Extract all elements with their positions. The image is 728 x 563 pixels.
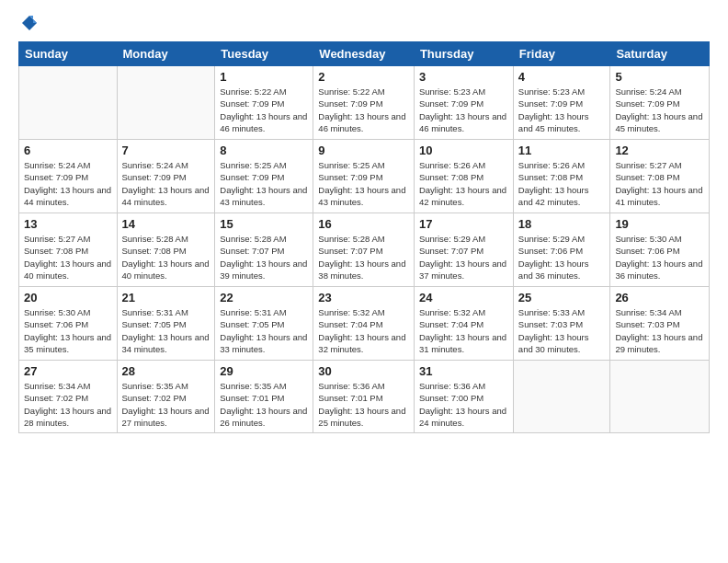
calendar-day-cell: 15Sunrise: 5:28 AMSunset: 7:07 PMDayligh…: [215, 213, 313, 287]
calendar-day-cell: 24Sunrise: 5:32 AMSunset: 7:04 PMDayligh…: [414, 287, 513, 361]
calendar-day-cell: 4Sunrise: 5:23 AMSunset: 7:09 PMDaylight…: [513, 66, 610, 140]
day-info: Sunrise: 5:30 AMSunset: 7:06 PMDaylight:…: [24, 306, 112, 355]
day-info: Sunrise: 5:26 AMSunset: 7:08 PMDaylight:…: [419, 159, 508, 208]
calendar-day-cell: 10Sunrise: 5:26 AMSunset: 7:08 PMDayligh…: [414, 140, 513, 213]
day-info: Sunrise: 5:31 AMSunset: 7:05 PMDaylight:…: [122, 306, 210, 355]
calendar-day-cell: 28Sunrise: 5:35 AMSunset: 7:02 PMDayligh…: [117, 361, 215, 433]
calendar-day-cell: 18Sunrise: 5:29 AMSunset: 7:06 PMDayligh…: [513, 213, 610, 287]
calendar-table: SundayMondayTuesdayWednesdayThursdayFrid…: [18, 41, 710, 433]
calendar-day-cell: 31Sunrise: 5:36 AMSunset: 7:00 PMDayligh…: [414, 361, 513, 433]
day-info: Sunrise: 5:24 AMSunset: 7:09 PMDaylight:…: [24, 159, 112, 208]
day-info: Sunrise: 5:24 AMSunset: 7:09 PMDaylight:…: [122, 159, 210, 208]
weekday-header: Monday: [117, 42, 215, 66]
calendar-week-row: 6Sunrise: 5:24 AMSunset: 7:09 PMDaylight…: [19, 140, 710, 213]
day-number: 7: [122, 144, 210, 157]
day-number: 27: [24, 364, 112, 378]
calendar-day-cell: 17Sunrise: 5:29 AMSunset: 7:07 PMDayligh…: [414, 213, 513, 287]
weekday-header: Sunday: [19, 42, 118, 66]
calendar-day-cell: 6Sunrise: 5:24 AMSunset: 7:09 PMDaylight…: [19, 140, 118, 213]
weekday-header: Saturday: [610, 42, 710, 66]
day-number: 20: [24, 291, 112, 304]
calendar-day-cell: 7Sunrise: 5:24 AMSunset: 7:09 PMDaylight…: [117, 140, 215, 213]
day-number: 29: [220, 364, 308, 378]
day-info: Sunrise: 5:31 AMSunset: 7:05 PMDaylight:…: [220, 306, 308, 355]
calendar-day-cell: 11Sunrise: 5:26 AMSunset: 7:08 PMDayligh…: [513, 140, 610, 213]
day-number: 11: [518, 144, 606, 157]
calendar-day-cell: 8Sunrise: 5:25 AMSunset: 7:09 PMDaylight…: [215, 140, 313, 213]
day-number: 5: [615, 70, 704, 84]
day-info: Sunrise: 5:25 AMSunset: 7:09 PMDaylight:…: [220, 159, 308, 208]
day-info: Sunrise: 5:27 AMSunset: 7:08 PMDaylight:…: [615, 159, 704, 208]
day-number: 23: [318, 291, 409, 304]
calendar-week-row: 27Sunrise: 5:34 AMSunset: 7:02 PMDayligh…: [19, 361, 710, 433]
calendar-day-cell: 27Sunrise: 5:34 AMSunset: 7:02 PMDayligh…: [19, 361, 118, 433]
day-info: Sunrise: 5:23 AMSunset: 7:09 PMDaylight:…: [518, 86, 606, 134]
calendar-day-cell: [513, 361, 610, 433]
logo-icon: [20, 14, 39, 32]
calendar-day-cell: 29Sunrise: 5:35 AMSunset: 7:01 PMDayligh…: [215, 361, 313, 433]
day-number: 18: [518, 217, 606, 231]
calendar-day-cell: 13Sunrise: 5:27 AMSunset: 7:08 PMDayligh…: [19, 213, 118, 287]
day-number: 8: [220, 144, 308, 157]
day-info: Sunrise: 5:26 AMSunset: 7:08 PMDaylight:…: [518, 159, 606, 208]
calendar-day-cell: 30Sunrise: 5:36 AMSunset: 7:01 PMDayligh…: [313, 361, 415, 433]
day-info: Sunrise: 5:29 AMSunset: 7:06 PMDaylight:…: [518, 233, 606, 282]
calendar-day-cell: [117, 66, 215, 140]
calendar-day-cell: 9Sunrise: 5:25 AMSunset: 7:09 PMDaylight…: [313, 140, 415, 213]
day-info: Sunrise: 5:28 AMSunset: 7:08 PMDaylight:…: [122, 233, 210, 282]
day-info: Sunrise: 5:27 AMSunset: 7:08 PMDaylight:…: [24, 233, 112, 282]
day-number: 10: [419, 144, 508, 157]
day-info: Sunrise: 5:32 AMSunset: 7:04 PMDaylight:…: [318, 306, 409, 355]
day-number: 9: [318, 144, 409, 157]
day-number: 17: [419, 217, 508, 231]
day-info: Sunrise: 5:35 AMSunset: 7:01 PMDaylight:…: [220, 380, 308, 429]
calendar-day-cell: 22Sunrise: 5:31 AMSunset: 7:05 PMDayligh…: [215, 287, 313, 361]
calendar-day-cell: 23Sunrise: 5:32 AMSunset: 7:04 PMDayligh…: [313, 287, 415, 361]
calendar-day-cell: 1Sunrise: 5:22 AMSunset: 7:09 PMDaylight…: [215, 66, 313, 140]
calendar-day-cell: 14Sunrise: 5:28 AMSunset: 7:08 PMDayligh…: [117, 213, 215, 287]
day-number: 1: [220, 70, 308, 84]
day-number: 19: [615, 217, 704, 231]
day-number: 22: [220, 291, 308, 304]
calendar-week-row: 13Sunrise: 5:27 AMSunset: 7:08 PMDayligh…: [19, 213, 710, 287]
day-number: 21: [122, 291, 210, 304]
calendar-day-cell: 25Sunrise: 5:33 AMSunset: 7:03 PMDayligh…: [513, 287, 610, 361]
day-info: Sunrise: 5:36 AMSunset: 7:01 PMDaylight:…: [318, 380, 409, 429]
day-number: 12: [615, 144, 704, 157]
calendar-day-cell: 16Sunrise: 5:28 AMSunset: 7:07 PMDayligh…: [313, 213, 415, 287]
day-number: 16: [318, 217, 409, 231]
day-info: Sunrise: 5:22 AMSunset: 7:09 PMDaylight:…: [220, 86, 308, 134]
day-number: 30: [318, 364, 409, 378]
page: SundayMondayTuesdayWednesdayThursdayFrid…: [0, 0, 728, 563]
day-number: 15: [220, 217, 308, 231]
day-number: 14: [122, 217, 210, 231]
day-number: 31: [419, 364, 508, 378]
day-info: Sunrise: 5:36 AMSunset: 7:00 PMDaylight:…: [419, 380, 508, 429]
day-number: 25: [518, 291, 606, 304]
day-number: 28: [122, 364, 210, 378]
day-info: Sunrise: 5:29 AMSunset: 7:07 PMDaylight:…: [419, 233, 508, 282]
day-info: Sunrise: 5:34 AMSunset: 7:03 PMDaylight:…: [615, 306, 704, 355]
day-info: Sunrise: 5:34 AMSunset: 7:02 PMDaylight:…: [24, 380, 112, 429]
logo: [18, 14, 39, 32]
day-info: Sunrise: 5:25 AMSunset: 7:09 PMDaylight:…: [318, 159, 409, 208]
day-number: 3: [419, 70, 508, 84]
day-number: 2: [318, 70, 409, 84]
day-info: Sunrise: 5:22 AMSunset: 7:09 PMDaylight:…: [318, 86, 409, 134]
day-info: Sunrise: 5:23 AMSunset: 7:09 PMDaylight:…: [419, 86, 508, 134]
day-info: Sunrise: 5:32 AMSunset: 7:04 PMDaylight:…: [419, 306, 508, 355]
day-info: Sunrise: 5:24 AMSunset: 7:09 PMDaylight:…: [615, 86, 704, 134]
day-info: Sunrise: 5:33 AMSunset: 7:03 PMDaylight:…: [518, 306, 606, 355]
header: [18, 14, 710, 32]
calendar-day-cell: 2Sunrise: 5:22 AMSunset: 7:09 PMDaylight…: [313, 66, 415, 140]
calendar-day-cell: 19Sunrise: 5:30 AMSunset: 7:06 PMDayligh…: [610, 213, 710, 287]
day-number: 26: [615, 291, 704, 304]
day-number: 4: [518, 70, 606, 84]
day-number: 24: [419, 291, 508, 304]
weekday-header: Thursday: [414, 42, 513, 66]
day-info: Sunrise: 5:28 AMSunset: 7:07 PMDaylight:…: [318, 233, 409, 282]
day-info: Sunrise: 5:28 AMSunset: 7:07 PMDaylight:…: [220, 233, 308, 282]
day-info: Sunrise: 5:30 AMSunset: 7:06 PMDaylight:…: [615, 233, 704, 282]
calendar-day-cell: [610, 361, 710, 433]
calendar-day-cell: 20Sunrise: 5:30 AMSunset: 7:06 PMDayligh…: [19, 287, 118, 361]
